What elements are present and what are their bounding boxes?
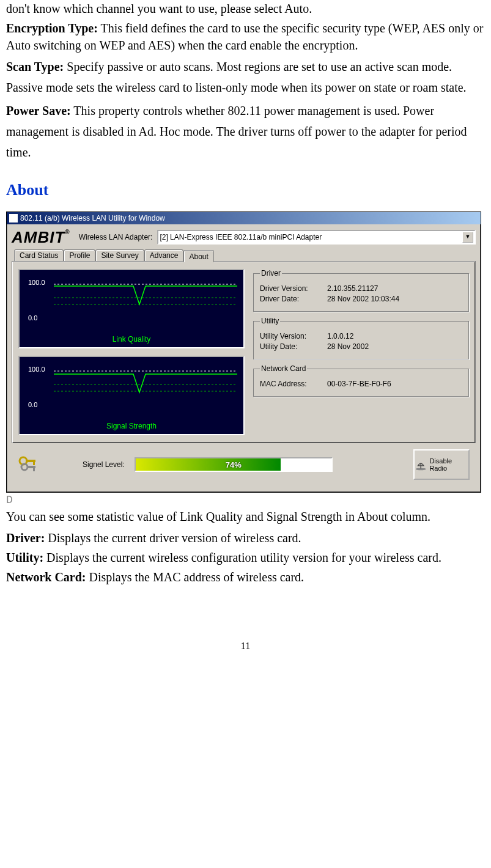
driver-group: Driver Driver Version:2.10.355.21127 Dri… — [253, 269, 469, 312]
tab-site-survey[interactable]: Site Survey — [95, 249, 144, 262]
utility-legend: Utility — [260, 317, 280, 325]
adapter-value: [2] LAN-Express IEEE 802.11a/b miniPCI A… — [160, 233, 322, 241]
utility-text: Displays the current wireless configurat… — [43, 551, 441, 564]
tab-card-status[interactable]: Card Status — [14, 249, 64, 262]
body-text: Power Save: This property controls wheth… — [6, 100, 485, 163]
utility-group: Utility Utility Version:1.0.0.12 Utility… — [253, 317, 469, 359]
driver-legend: Driver — [260, 269, 282, 278]
signal-level-value: 74% — [136, 458, 331, 471]
utility-date-key: Utility Date: — [260, 342, 327, 351]
adapter-dropdown[interactable]: [2] LAN-Express IEEE 802.11a/b miniPCI A… — [157, 230, 476, 245]
keys-icon — [18, 455, 39, 474]
svg-rect-11 — [33, 468, 35, 471]
utility-label: Utility: — [6, 551, 43, 564]
chart-ytick-hi: 100.0 — [28, 279, 45, 286]
signal-strength-chart: 100.0 0.0 Signal Strength — [18, 356, 245, 435]
utility-date-value: 28 Nov 2002 — [327, 342, 369, 351]
chart-ytick-hi: 100.0 — [28, 366, 45, 373]
driver-text: Displays the current driver version of w… — [45, 531, 301, 545]
satellite-icon — [415, 458, 427, 471]
network-card-group: Network Card MAC Address:00-03-7F-BE-F0-… — [253, 364, 469, 397]
driver-date-value: 28 Nov 2002 10:03:44 — [327, 295, 399, 303]
driver-version-value: 2.10.355.21127 — [327, 284, 378, 293]
signal-strength-label: Signal Strength — [20, 422, 243, 430]
signal-level-label: Signel Level: — [83, 460, 125, 469]
disable-radio-label: Disable Radio — [429, 457, 468, 472]
svg-rect-7 — [26, 460, 35, 462]
window-title: 802.11 (a/b) Wireless LAN Utility for Wi… — [20, 214, 165, 223]
network-card-legend: Network Card — [260, 364, 307, 373]
link-quality-label: Link Quality — [20, 335, 243, 344]
titlebar[interactable]: 802.11 (a/b) Wireless LAN Utility for Wi… — [7, 212, 481, 224]
body-text: Utility: Displays the current wireless c… — [6, 549, 485, 566]
driver-date-key: Driver Date: — [260, 295, 327, 303]
adapter-label: Wireless LAN Adapter: — [79, 233, 153, 241]
signal-level-bar: 74% — [135, 457, 333, 472]
disable-radio-button[interactable]: Disable Radio — [413, 449, 470, 480]
link-quality-line — [54, 281, 237, 324]
driver-label: Driver: — [6, 531, 45, 545]
app-icon — [9, 214, 18, 223]
utility-version-value: 1.0.0.12 — [327, 332, 353, 340]
power-save-text: This property controls whether 802.11 po… — [6, 104, 467, 159]
tab-about[interactable]: About — [183, 250, 213, 262]
body-text: Driver: Displays the current driver vers… — [6, 529, 485, 546]
section-title-about: About — [6, 181, 485, 199]
mac-address-key: MAC Address: — [260, 380, 327, 388]
network-card-label: Network Card: — [6, 570, 86, 584]
body-text: Network Card: Displays the MAC address o… — [6, 568, 485, 586]
page-number: 11 — [6, 641, 485, 652]
utility-version-key: Utility Version: — [260, 332, 327, 340]
chevron-down-icon[interactable]: ▼ — [462, 232, 473, 243]
body-text: don't know which channel you want to use… — [6, 0, 485, 17]
chart-ytick-lo: 0.0 — [28, 314, 37, 322]
link-quality-chart: 100.0 0.0 Link Quality — [18, 269, 245, 348]
signal-strength-line — [54, 368, 237, 411]
tab-advance[interactable]: Advance — [144, 249, 184, 262]
network-card-text: Displays the MAC address of wireless car… — [86, 570, 305, 584]
svg-rect-10 — [27, 466, 35, 468]
svg-point-9 — [21, 464, 28, 470]
mac-address-value: 00-03-7F-BE-F0-F6 — [327, 380, 391, 388]
body-text: Scan Type: Specify passive or auto scans… — [6, 56, 485, 98]
svg-rect-8 — [33, 462, 35, 465]
tab-strip: Card Status Profile Site Survey Advance … — [14, 249, 476, 262]
tab-profile[interactable]: Profile — [64, 249, 95, 262]
wlan-utility-window: 802.11 (a/b) Wireless LAN Utility for Wi… — [6, 211, 481, 493]
body-text: Encryption Type: This field defines the … — [6, 20, 485, 54]
chart-ytick-lo: 0.0 — [28, 401, 37, 408]
ambit-logo: AMBIT® — [12, 229, 70, 245]
about-description: You can see some statistic value of Link… — [6, 506, 485, 527]
encryption-type-label: Encryption Type: — [6, 21, 98, 35]
scan-type-label: Scan Type: — [6, 60, 64, 73]
power-save-label: Power Save: — [6, 104, 71, 117]
driver-version-key: Driver Version: — [260, 284, 327, 293]
stray-char: D — [6, 494, 485, 506]
scan-type-text: Specify passive or auto scans. Most regi… — [6, 60, 467, 94]
